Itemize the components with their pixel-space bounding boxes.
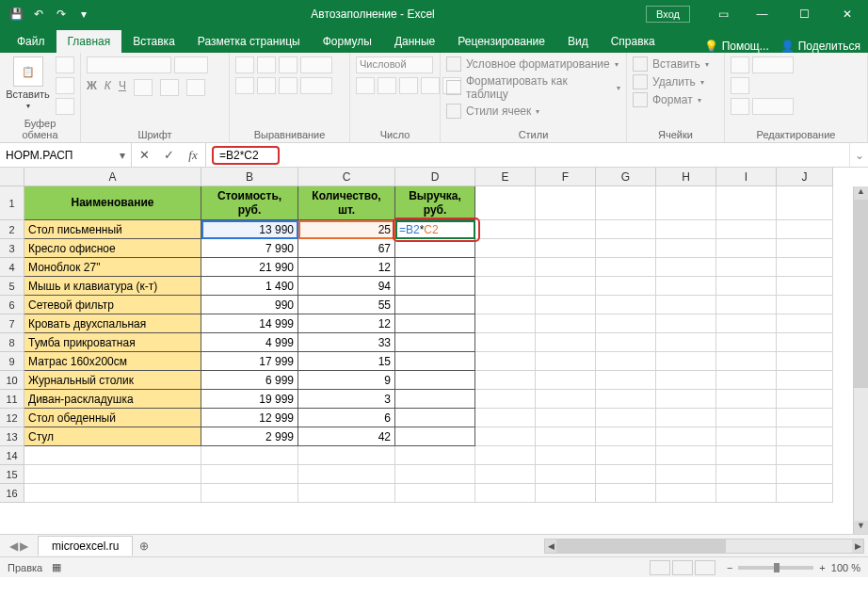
font-name[interactable] xyxy=(87,56,171,73)
fx-icon[interactable]: fx xyxy=(181,148,205,163)
empty-cell[interactable] xyxy=(201,446,298,465)
tab-рецензирование[interactable]: Рецензирование xyxy=(446,30,556,53)
empty-cell[interactable] xyxy=(475,352,536,371)
empty-cell[interactable] xyxy=(475,446,536,465)
item-name[interactable]: Тумба прикроватная xyxy=(24,333,201,352)
table-header[interactable]: Количество,шт. xyxy=(298,186,395,220)
qat-customize-icon[interactable]: ▾ xyxy=(73,4,94,24)
copy-icon[interactable] xyxy=(56,77,74,94)
empty-cell[interactable] xyxy=(656,352,716,371)
cancel-formula-icon[interactable]: ✕ xyxy=(132,148,156,162)
item-revenue[interactable] xyxy=(395,239,475,258)
item-qty[interactable]: 67 xyxy=(298,239,395,258)
empty-cell[interactable] xyxy=(298,484,395,503)
tab-формулы[interactable]: Формулы xyxy=(312,30,383,53)
horizontal-scrollbar[interactable]: ◀ ▶ xyxy=(544,539,864,554)
item-qty[interactable]: 42 xyxy=(298,427,395,446)
empty-cell[interactable] xyxy=(656,333,716,352)
item-qty[interactable]: 15 xyxy=(298,352,395,371)
clear-icon[interactable] xyxy=(731,98,749,115)
item-cost[interactable]: 14 999 xyxy=(201,314,298,333)
empty-cell[interactable] xyxy=(716,314,777,333)
page-layout-view-icon[interactable] xyxy=(672,560,693,575)
tab-справка[interactable]: Справка xyxy=(600,30,667,53)
item-name[interactable]: Кровать двухспальная xyxy=(24,314,201,333)
empty-cell[interactable] xyxy=(777,239,833,258)
empty-cell[interactable] xyxy=(656,186,716,220)
empty-cell[interactable] xyxy=(536,186,596,220)
scroll-left-icon[interactable]: ◀ xyxy=(545,540,556,553)
col-header[interactable]: F xyxy=(536,168,596,186)
empty-cell[interactable] xyxy=(716,296,777,314)
normal-view-icon[interactable] xyxy=(650,560,670,575)
maximize-icon[interactable]: ☐ xyxy=(783,0,826,28)
empty-cell[interactable] xyxy=(596,465,656,484)
empty-cell[interactable] xyxy=(201,465,298,484)
align-top-icon[interactable] xyxy=(235,56,254,73)
empty-cell[interactable] xyxy=(777,277,833,296)
find-select-icon[interactable] xyxy=(752,98,794,115)
row-header[interactable]: 11 xyxy=(0,390,24,409)
row-header[interactable]: 14 xyxy=(0,446,24,465)
sheet-tab[interactable]: microexcel.ru xyxy=(38,536,133,556)
empty-cell[interactable] xyxy=(716,446,777,465)
item-revenue[interactable] xyxy=(395,409,475,427)
chevron-down-icon[interactable]: ▾ xyxy=(120,149,125,162)
active-cell[interactable]: =B2*C2 xyxy=(395,220,475,239)
expand-formula-bar-icon[interactable]: ⌄ xyxy=(849,143,868,167)
empty-cell[interactable] xyxy=(395,446,475,465)
item-qty[interactable]: 3 xyxy=(298,390,395,409)
item-qty[interactable]: 12 xyxy=(298,258,395,277)
table-header[interactable]: Наименование xyxy=(24,186,201,220)
tab-вставка[interactable]: Вставка xyxy=(121,30,186,53)
redo-icon[interactable]: ↷ xyxy=(51,4,72,24)
col-header[interactable]: G xyxy=(596,168,656,186)
empty-cell[interactable] xyxy=(716,465,777,484)
close-icon[interactable]: ✕ xyxy=(826,0,868,28)
sheet-nav-next-icon[interactable]: ▶ xyxy=(20,540,28,553)
item-name[interactable]: Стол письменный xyxy=(24,220,201,239)
empty-cell[interactable] xyxy=(777,333,833,352)
empty-cell[interactable] xyxy=(777,314,833,333)
empty-cell[interactable] xyxy=(656,390,716,409)
item-revenue[interactable] xyxy=(395,427,475,446)
col-header[interactable]: I xyxy=(716,168,777,186)
empty-cell[interactable] xyxy=(596,239,656,258)
empty-cell[interactable] xyxy=(777,186,833,220)
sort-filter-icon[interactable] xyxy=(752,56,794,73)
item-revenue[interactable] xyxy=(395,390,475,409)
item-revenue[interactable] xyxy=(395,258,475,277)
item-cost[interactable]: 6 999 xyxy=(201,371,298,390)
item-cost[interactable]: 17 999 xyxy=(201,352,298,371)
empty-cell[interactable] xyxy=(777,427,833,446)
empty-cell[interactable] xyxy=(475,371,536,390)
empty-cell[interactable] xyxy=(596,352,656,371)
empty-cell[interactable] xyxy=(596,484,656,503)
empty-cell[interactable] xyxy=(777,352,833,371)
item-cost[interactable]: 2 999 xyxy=(201,427,298,446)
scroll-right-icon[interactable]: ▶ xyxy=(852,540,863,553)
col-header[interactable]: A xyxy=(24,168,201,186)
item-revenue[interactable] xyxy=(395,352,475,371)
item-cost[interactable]: 12 999 xyxy=(201,409,298,427)
row-header[interactable]: 13 xyxy=(0,427,24,446)
item-cost[interactable]: 13 990 xyxy=(201,220,298,239)
format-painter-icon[interactable] xyxy=(56,98,74,115)
empty-cell[interactable] xyxy=(716,333,777,352)
empty-cell[interactable] xyxy=(777,258,833,277)
item-qty[interactable]: 25 xyxy=(298,220,395,239)
empty-cell[interactable] xyxy=(201,484,298,503)
empty-cell[interactable] xyxy=(536,239,596,258)
tab-главная[interactable]: Главная xyxy=(56,30,122,53)
zoom-level[interactable]: 100 % xyxy=(831,562,860,573)
share-button[interactable]: 👤Поделиться xyxy=(780,40,860,53)
minimize-icon[interactable]: — xyxy=(741,0,783,28)
empty-cell[interactable] xyxy=(475,239,536,258)
item-revenue[interactable] xyxy=(395,296,475,314)
empty-cell[interactable] xyxy=(716,258,777,277)
empty-cell[interactable] xyxy=(475,296,536,314)
empty-cell[interactable] xyxy=(596,446,656,465)
scroll-thumb[interactable] xyxy=(854,200,868,388)
format-as-table[interactable]: Форматировать как таблицу▾ xyxy=(446,74,620,101)
align-mid-icon[interactable] xyxy=(257,56,276,73)
